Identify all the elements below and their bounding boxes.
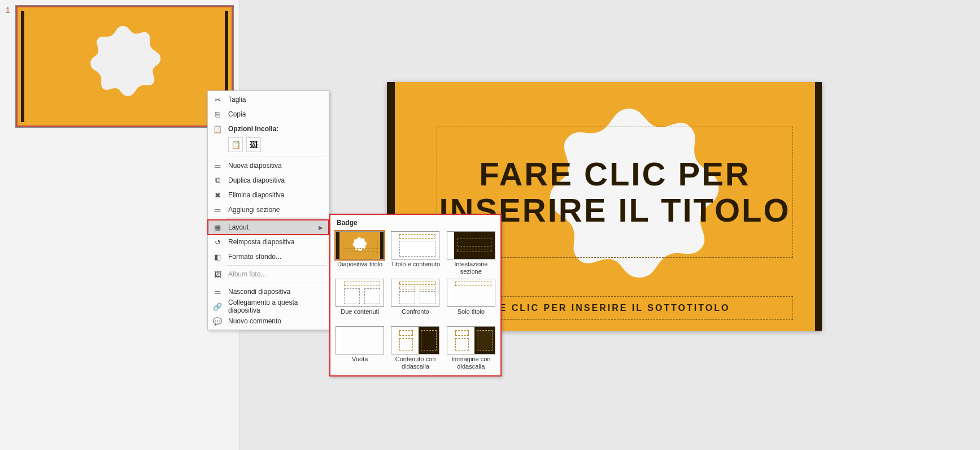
format-background-icon: ◧ <box>212 252 223 262</box>
paste-option-picture[interactable]: 🖼 <box>246 137 261 152</box>
layout-option-two-content[interactable]: Due contenuti <box>334 279 385 323</box>
menu-label: Duplica diapositiva <box>228 176 323 184</box>
clipboard-icon: 📋 <box>212 124 223 134</box>
menu-layout[interactable]: ▦ Layout ▶ <box>208 220 329 235</box>
slide-thumbnails-panel: 1 <box>0 0 240 450</box>
hide-slide-icon: ▭ <box>212 287 223 297</box>
photo-album-icon: 🖼 <box>212 269 223 279</box>
layout-option-title-slide[interactable]: Diapositiva titolo <box>334 231 385 275</box>
new-slide-icon: ▭ <box>212 161 223 171</box>
layout-preview <box>336 326 384 354</box>
menu-label: Formato sfondo... <box>228 253 323 261</box>
slide-context-menu: ✂ Taglia ⎘ Copia 📋 Opzioni Incolla: 📋 🖼 … <box>207 90 329 330</box>
layout-preview <box>447 231 495 259</box>
section-icon: ▭ <box>212 205 223 215</box>
menu-label: Nuovo commento <box>228 317 323 325</box>
layout-grid: Diapositiva titolo Titolo e contenuto In… <box>334 231 496 370</box>
scissors-icon: ✂ <box>212 94 223 105</box>
layout-label: Vuota <box>352 356 368 370</box>
reset-icon: ↺ <box>212 237 223 247</box>
picture-icon: 🖼 <box>250 140 258 149</box>
menu-label: Layout <box>228 223 319 231</box>
layout-option-blank[interactable]: Vuota <box>334 326 385 370</box>
layout-option-content-caption[interactable]: Contenuto con didascalia <box>390 326 441 370</box>
comment-icon: 💬 <box>212 316 223 326</box>
menu-link-to-slide[interactable]: 🔗 Collegamento a questa diapositiva <box>208 299 329 314</box>
slide-number: 1 <box>6 6 10 15</box>
layout-option-title-only[interactable]: Solo titolo <box>446 279 496 323</box>
slide-thumbnail-content <box>21 11 228 122</box>
menu-label: Elimina diapositiva <box>228 191 323 199</box>
delete-icon: ✖ <box>212 190 223 200</box>
layout-option-picture-caption[interactable]: Immagine con didascalia <box>446 326 496 370</box>
menu-delete-slide[interactable]: ✖ Elimina diapositiva <box>208 188 329 202</box>
menu-duplicate-slide[interactable]: ⧉ Duplica diapositiva <box>208 173 329 188</box>
menu-paste-options-header: 📋 Opzioni Incolla: <box>208 122 329 136</box>
layout-preview <box>391 279 439 307</box>
layout-label: Solo titolo <box>458 308 485 323</box>
menu-label: Taglia <box>228 96 323 103</box>
menu-label: Opzioni Incolla: <box>228 125 323 133</box>
menu-format-background[interactable]: ◧ Formato sfondo... <box>208 249 329 264</box>
clipboard-icon: 📋 <box>231 140 241 149</box>
menu-separator <box>226 157 326 157</box>
slide-thumbnail-1[interactable] <box>16 6 233 127</box>
chevron-right-icon: ▶ <box>319 224 323 231</box>
menu-new-comment[interactable]: 💬 Nuovo commento <box>208 314 329 328</box>
menu-label: Copia <box>228 110 323 118</box>
menu-label: Nuova diapositiva <box>228 162 323 170</box>
menu-label: Reimposta diapositiva <box>228 238 323 246</box>
layout-preview <box>336 231 384 259</box>
menu-new-slide[interactable]: ▭ Nuova diapositiva <box>208 158 329 173</box>
layout-preview <box>447 326 495 354</box>
layout-label: Contenuto con didascalia <box>390 356 441 370</box>
layout-label: Due contenuti <box>341 308 379 323</box>
menu-hide-slide[interactable]: ▭ Nascondi diapositiva <box>208 284 329 299</box>
menu-label: Aggiungi sezione <box>228 206 323 214</box>
duplicate-icon: ⧉ <box>212 175 223 185</box>
menu-photo-album: 🖼 Album foto... <box>208 267 329 282</box>
layout-flyout-title: Badge <box>334 218 496 231</box>
menu-add-section[interactable]: ▭ Aggiungi sezione <box>208 202 329 217</box>
menu-cut[interactable]: ✂ Taglia <box>208 92 329 107</box>
layout-label: Intestazione sezione <box>446 261 496 275</box>
menu-copy[interactable]: ⎘ Copia <box>208 107 329 122</box>
layout-label: Diapositiva titolo <box>337 261 382 275</box>
paste-options-row: 📋 🖼 <box>208 136 329 155</box>
subtitle-text: E CLIC PER INSERIRE IL SOTTOTITOLO <box>500 303 730 313</box>
menu-label: Nascondi diapositiva <box>228 288 323 296</box>
menu-separator <box>226 283 326 283</box>
paste-option-theme[interactable]: 📋 <box>228 137 243 152</box>
copy-icon: ⎘ <box>212 109 223 119</box>
menu-separator <box>226 218 326 219</box>
layout-label: Immagine con didascalia <box>446 356 496 370</box>
layout-icon: ▦ <box>212 222 223 232</box>
badge-shape-icon <box>75 22 171 118</box>
layout-option-comparison[interactable]: Confronto <box>390 279 441 323</box>
layout-flyout: Badge Diapositiva titolo Titolo e conten… <box>329 214 502 377</box>
menu-label: Album foto... <box>228 270 323 278</box>
layout-option-section-header[interactable]: Intestazione sezione <box>446 231 496 275</box>
link-icon: 🔗 <box>212 301 223 311</box>
menu-separator <box>226 265 326 266</box>
layout-preview <box>391 326 439 354</box>
layout-preview <box>391 231 439 259</box>
layout-label: Titolo e contenuto <box>391 261 440 275</box>
layout-option-title-content[interactable]: Titolo e contenuto <box>390 231 441 275</box>
layout-preview <box>336 279 384 307</box>
layout-label: Confronto <box>402 308 429 323</box>
layout-preview <box>447 279 495 307</box>
menu-reset-slide[interactable]: ↺ Reimposta diapositiva <box>208 235 329 249</box>
menu-label: Collegamento a questa diapositiva <box>228 298 323 314</box>
